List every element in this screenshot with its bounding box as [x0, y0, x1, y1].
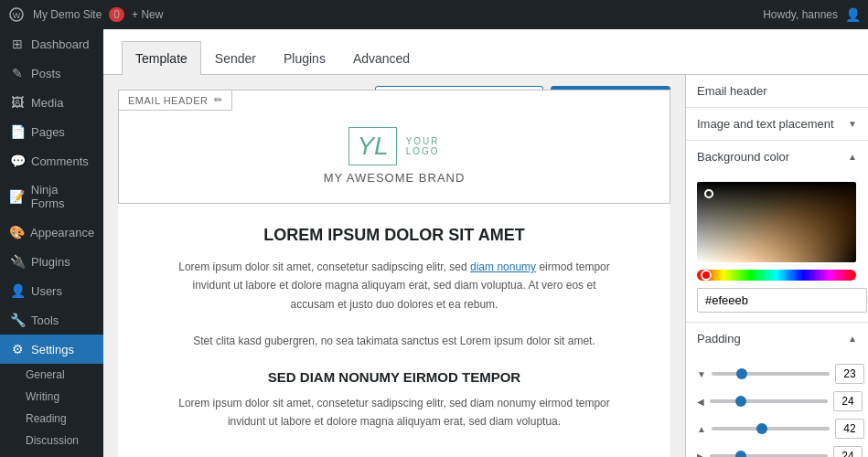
- tab-plugins[interactable]: Plugins: [270, 41, 339, 75]
- sub-item-writing[interactable]: Writing: [0, 386, 103, 408]
- edit-icon[interactable]: ✏: [214, 94, 223, 106]
- sidebar-item-media[interactable]: 🖼 Media: [0, 88, 103, 117]
- panel-email-header-title: Email header: [686, 75, 868, 108]
- comment-count[interactable]: 0: [109, 7, 124, 22]
- tabs-bar: Template Sender Plugins Advanced: [103, 29, 868, 75]
- right-panel: Email header Image and text placement ▼ …: [685, 75, 868, 457]
- chevron-down-icon: ▼: [848, 119, 857, 129]
- padding-right-value[interactable]: [833, 391, 863, 411]
- sidebar-item-plugins[interactable]: 🔌 Plugins: [0, 247, 103, 276]
- site-name[interactable]: My Demo Site: [33, 8, 102, 21]
- email-sub-heading: SED DIAM NONUMY EIRMOD TEMPOR: [173, 369, 616, 385]
- tools-icon: 🔧: [9, 313, 26, 327]
- new-item-button[interactable]: + New: [132, 8, 163, 21]
- color-picker-thumb[interactable]: [704, 189, 713, 198]
- color-hex-input[interactable]: [697, 288, 867, 313]
- padding-right-arrow-icon: ▶: [697, 452, 704, 458]
- panel-background-color: Background color ▲ ▼: [686, 141, 868, 323]
- hue-thumb[interactable]: [701, 270, 712, 281]
- email-link[interactable]: diam nonumy: [470, 260, 536, 273]
- color-input-row: ▼: [697, 288, 857, 313]
- padding-top-value[interactable]: [835, 364, 864, 384]
- howdy-text: Howdy, hannes: [763, 8, 838, 21]
- padding-row-left: ▶: [697, 446, 857, 457]
- logo-letters: YL: [348, 127, 396, 165]
- color-picker-canvas[interactable]: [697, 182, 856, 262]
- padding-header[interactable]: Padding ▲: [686, 323, 868, 355]
- padding-row-right: ◀: [697, 391, 857, 411]
- color-picker-content: ▼: [686, 173, 868, 322]
- sidebar-item-users[interactable]: 👤 Users: [0, 276, 103, 305]
- email-body: LOREM IPSUM DOLOR SIT AMET Lorem ipsum d…: [118, 204, 670, 457]
- email-paragraph-1: Lorem ipsum dolor sit amet, consetetur s…: [173, 258, 616, 314]
- email-header-section: EMAIL HEADER ✏ YL YOUR LOGO MY AWESOME B…: [118, 90, 670, 204]
- chevron-up-icon: ▲: [848, 152, 857, 162]
- pages-icon: 📄: [9, 124, 26, 139]
- media-icon: 🖼: [9, 95, 26, 110]
- sidebar-item-settings[interactable]: ⚙ Settings: [0, 335, 103, 364]
- tab-advanced[interactable]: Advanced: [339, 41, 423, 75]
- padding-up-arrow-icon: ▲: [697, 424, 706, 434]
- tab-sender[interactable]: Sender: [201, 41, 270, 75]
- sidebar-item-comments[interactable]: 💬 Comments: [0, 146, 103, 175]
- plugins-icon: 🔌: [9, 254, 26, 269]
- svg-text:W: W: [13, 11, 21, 20]
- sidebar-item-tools[interactable]: 🔧 Tools: [0, 305, 103, 335]
- admin-bar: W My Demo Site 0 + New Howdy, hannes 👤: [0, 0, 868, 29]
- padding-row-bottom: ▲: [697, 419, 857, 439]
- comments-icon: 💬: [9, 154, 26, 168]
- email-preview: Browse our template library Save and Pre…: [103, 75, 685, 457]
- padding-content: ▼ ◀ ▲: [686, 355, 868, 457]
- padding-bottom-value[interactable]: [835, 419, 864, 439]
- panel-image-text-placement: Image and text placement ▼: [686, 108, 868, 141]
- settings-icon: ⚙: [9, 342, 26, 356]
- padding-down-arrow-icon: ▼: [697, 369, 706, 379]
- appearance-icon: 🎨: [9, 225, 25, 239]
- padding-top-slider[interactable]: [712, 372, 830, 376]
- users-icon: 👤: [9, 283, 26, 298]
- email-paragraph-3: Lorem ipsum dolor sit amet, consetetur s…: [173, 394, 616, 431]
- brand-name: MY AWESOME BRAND: [137, 171, 651, 185]
- sidebar: ⊞ Dashboard ✎ Posts 🖼 Media 📄 Pages 💬 Co…: [0, 29, 103, 457]
- background-color-header[interactable]: Background color ▲: [686, 141, 868, 173]
- image-text-placement-header[interactable]: Image and text placement ▼: [686, 108, 868, 140]
- sidebar-item-posts[interactable]: ✎ Posts: [0, 58, 103, 88]
- sidebar-item-pages[interactable]: 📄 Pages: [0, 117, 103, 146]
- logo-text: YOUR LOGO: [406, 136, 440, 156]
- panel-padding: Padding ▲ ▼ ◀: [686, 323, 868, 457]
- padding-left-arrow-icon: ◀: [697, 397, 704, 407]
- sub-item-general[interactable]: General: [0, 364, 103, 386]
- dashboard-icon: ⊞: [9, 37, 26, 51]
- hue-slider[interactable]: [697, 270, 856, 281]
- padding-row-top: ▼: [697, 364, 857, 384]
- padding-chevron-up-icon: ▲: [848, 334, 857, 344]
- sub-item-media[interactable]: Media: [0, 452, 103, 457]
- sidebar-item-dashboard[interactable]: ⊞ Dashboard: [0, 29, 103, 58]
- logo-area: YL YOUR LOGO: [137, 127, 651, 165]
- sub-item-reading[interactable]: Reading: [0, 408, 103, 430]
- email-paragraph-2: Stet clita kasd gubergren, no sea takima…: [173, 332, 616, 350]
- wp-logo: W: [7, 5, 26, 24]
- email-main-heading: LOREM IPSUM DOLOR SIT AMET: [173, 226, 616, 245]
- padding-right-slider[interactable]: [710, 399, 828, 403]
- user-avatar[interactable]: 👤: [845, 7, 861, 22]
- email-header-label: EMAIL HEADER ✏: [118, 90, 232, 111]
- posts-icon: ✎: [9, 66, 26, 80]
- sidebar-item-appearance[interactable]: 🎨 Appearance: [0, 218, 103, 247]
- tab-template[interactable]: Template: [122, 41, 201, 75]
- padding-bottom-slider[interactable]: [712, 427, 830, 430]
- padding-left-value[interactable]: [833, 446, 863, 457]
- ninja-forms-icon: 📝: [9, 189, 26, 204]
- sidebar-item-ninja-forms[interactable]: 📝 Ninja Forms: [0, 175, 103, 218]
- sub-item-discussion[interactable]: Discussion: [0, 430, 103, 452]
